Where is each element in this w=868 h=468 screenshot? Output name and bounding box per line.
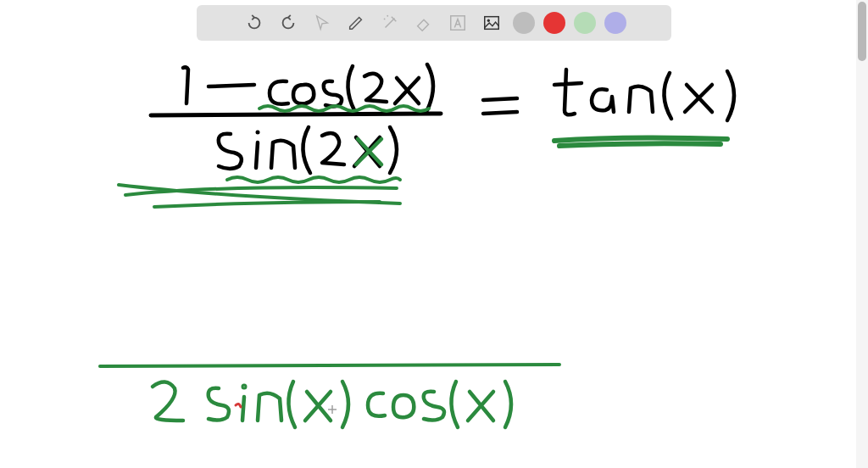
green-x-overlay [356,139,381,164]
equals-ink [483,98,517,114]
green-underline-numerator [259,106,429,111]
equation-rhs-ink [554,70,734,120]
equation-numerator-ink [183,64,433,110]
green-underline-denominator [227,177,400,182]
scrollbar-thumb[interactable] [858,2,866,61]
green-bottom-bar [100,365,559,366]
fraction-bar-ink [151,114,441,115]
green-underline-rhs [554,137,727,146]
bottom-expression-ink [153,382,511,427]
svg-point-6 [242,385,246,388]
red-mark [236,404,241,407]
green-cross-strokes [119,185,400,207]
cursor-crosshair [328,405,337,414]
vertical-scrollbar[interactable] [856,0,868,468]
whiteboard-canvas[interactable] [0,0,856,468]
svg-point-5 [256,131,260,135]
